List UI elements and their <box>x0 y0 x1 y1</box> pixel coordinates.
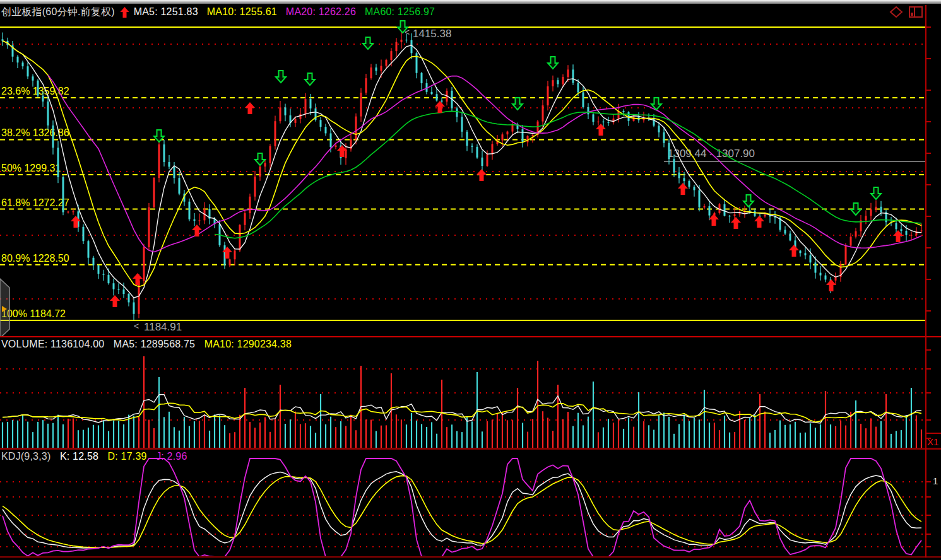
sell-signal-arrow <box>743 195 754 207</box>
price-axis-border <box>925 5 926 557</box>
kdj-axis-label: 1 <box>933 475 938 486</box>
main-candlestick-chart[interactable]: 23.6% 1359.8238.2% 1326.8650% 1299.3161.… <box>0 19 941 336</box>
volume-value: VOLUME: 1136104.00 <box>1 339 104 349</box>
chart-header: 创业板指(60分钟.前复权) MA5: 1251.83 MA10: 1255.6… <box>0 4 941 20</box>
ma60-legend: MA60: 1256.97 <box>365 6 435 18</box>
buy-signal-arrow <box>754 216 764 228</box>
buy-signal-arrow <box>133 273 143 285</box>
kdj-label: KDJ(9,3,3) <box>1 451 50 462</box>
volume-header: VOLUME: 1136104.00 MA5: 1289568.75 MA10:… <box>1 339 298 350</box>
sell-signal-arrow <box>363 37 373 49</box>
volume-chart[interactable]: X1 <box>0 337 941 449</box>
split-window-icon[interactable] <box>908 6 923 18</box>
fib-level-label: 100% 1184.72 <box>1 308 66 319</box>
sell-signal-arrow <box>255 153 265 165</box>
sidebar-expand-handle[interactable] <box>0 279 9 336</box>
ma10-legend: MA10: 1255.61 <box>207 6 277 18</box>
top-toolbar-edge <box>0 0 941 4</box>
volume-ma10: MA10: 1290234.38 <box>204 339 292 349</box>
low-marker: < <box>134 321 139 331</box>
buy-signal-arrow <box>192 225 202 236</box>
low-annotation: 1184.91 <box>144 321 182 333</box>
buy-signal-arrow <box>110 295 120 307</box>
buy-signal-arrow <box>435 101 445 113</box>
sell-signal-arrow <box>305 73 315 85</box>
high-annotation: 1415.38 <box>413 28 451 40</box>
instrument-title: 创业板指(60分钟.前复权) <box>1 6 115 19</box>
kdj-j: J: 2.96 <box>156 451 187 462</box>
sell-signal-arrow <box>276 71 286 83</box>
ma20-legend: MA20: 1262.26 <box>286 6 356 18</box>
sell-signal-arrow <box>512 98 523 110</box>
buy-signal-arrow <box>222 247 232 259</box>
fib-level-label: 50% 1299.31 <box>1 163 61 173</box>
fib-level-label: 61.8% 1272.27 <box>1 197 69 208</box>
fib-level-label: 80.9% 1228.50 <box>1 253 69 264</box>
buy-signal-arrow <box>826 279 836 291</box>
up-arrow-icon <box>120 6 129 18</box>
sell-signal-arrow <box>871 187 881 199</box>
volume-scale-label: X1 <box>927 436 938 447</box>
buy-signal-arrow <box>789 245 799 257</box>
sell-signal-arrow <box>548 57 558 69</box>
trading-app-window: 创业板指(60分钟.前复权) MA5: 1251.83 MA10: 1255.6… <box>0 0 941 560</box>
buy-signal-arrow <box>731 217 741 229</box>
diamond-icon[interactable] <box>889 6 903 18</box>
buy-signal-arrow <box>678 183 688 195</box>
kdj-header: KDJ(9,3,3) K: 12.58 D: 17.39 J: 2.96 <box>1 451 194 462</box>
high-marker: < <box>405 27 410 37</box>
kdj-d: D: 17.39 <box>108 451 147 462</box>
ma5-legend: MA5: 1251.83 <box>134 6 198 18</box>
buy-signal-arrow <box>596 124 606 136</box>
volume-ma5: MA5: 1289568.75 <box>114 339 195 349</box>
kdj-k: K: 12.58 <box>60 451 98 462</box>
sell-signal-arrow <box>851 203 861 215</box>
buy-signal-arrow <box>709 214 719 226</box>
kdj-chart[interactable]: 1 <box>0 450 941 560</box>
buy-signal-arrow <box>71 216 81 228</box>
